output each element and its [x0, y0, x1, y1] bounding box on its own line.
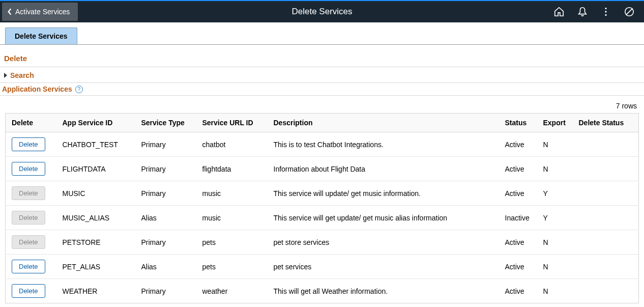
col-header-delete: Delete — [6, 114, 56, 132]
cell-app-service-id: PETSTORE — [56, 230, 135, 255]
col-header-description: Description — [268, 114, 499, 132]
notifications-icon[interactable] — [577, 6, 588, 17]
cell-description: This will get all Weather information. — [268, 279, 499, 303]
delete-button[interactable]: Delete — [12, 162, 45, 176]
tab-delete-services[interactable]: Delete Services — [5, 27, 77, 44]
delete-button: Delete — [12, 186, 45, 200]
cell-status: Active — [499, 132, 537, 157]
delete-button[interactable]: Delete — [12, 137, 45, 151]
table-row: DeleteFLIGHTDATAPrimaryflightdataInforma… — [6, 157, 639, 181]
header-icons — [553, 6, 644, 17]
cell-service-type: Primary — [135, 157, 196, 181]
services-table: Delete App Service ID Service Type Servi… — [5, 113, 639, 303]
cell-description: This is to test Chatbot Integrations. — [268, 132, 499, 157]
cell-service-type: Primary — [135, 279, 196, 303]
cell-status: Active — [499, 157, 537, 181]
cell-export: N — [537, 255, 573, 279]
tab-row: Delete Services — [0, 22, 644, 45]
section-delete-title: Delete — [0, 45, 644, 67]
delete-button[interactable]: Delete — [12, 260, 45, 273]
table-row: DeleteMUSIC_ALIASAliasmusicThis service … — [6, 206, 639, 230]
cell-service-url-id: chatbot — [196, 132, 268, 157]
col-header-status: Status — [499, 114, 537, 132]
delete-button: Delete — [12, 211, 45, 225]
content: Delete Search Application Services ? 7 r… — [0, 45, 644, 307]
cell-description: This service will update/ get music info… — [268, 181, 499, 206]
back-button[interactable]: Activate Services — [2, 3, 78, 21]
table-row: DeletePET_ALIASAliaspetspet servicesActi… — [6, 255, 639, 279]
back-button-label: Activate Services — [15, 8, 70, 16]
table-row: DeleteMUSICPrimarymusicThis service will… — [6, 181, 639, 206]
cell-delete-status — [573, 132, 639, 157]
cell-delete-status — [573, 181, 639, 206]
cell-export: N — [537, 279, 573, 303]
cell-export: N — [537, 230, 573, 255]
delete-button[interactable]: Delete — [12, 284, 45, 298]
cell-service-url-id: weather — [196, 279, 268, 303]
search-label: Search — [10, 71, 34, 79]
top-bar: Activate Services Delete Services — [0, 0, 644, 22]
svg-point-2 — [605, 14, 606, 16]
cell-service-url-id: flightdata — [196, 157, 268, 181]
cell-service-url-id: pets — [196, 255, 268, 279]
cell-service-url-id: pets — [196, 230, 268, 255]
cell-app-service-id: WEATHER — [56, 279, 135, 303]
svg-point-0 — [605, 8, 606, 9]
cell-description: pet store services — [268, 230, 499, 255]
cell-status: Active — [499, 279, 537, 303]
cell-service-type: Primary — [135, 181, 196, 206]
cell-service-type: Primary — [135, 230, 196, 255]
cell-app-service-id: PET_ALIAS — [56, 255, 135, 279]
cell-app-service-id: FLIGHTDATA — [56, 157, 135, 181]
chevron-left-icon — [7, 8, 12, 15]
compass-icon[interactable] — [624, 6, 635, 17]
cell-export: Y — [537, 181, 573, 206]
more-icon[interactable] — [600, 6, 611, 17]
search-toggle[interactable]: Search — [0, 67, 644, 83]
home-icon[interactable] — [553, 6, 565, 17]
application-services-label: Application Services — [2, 85, 72, 93]
col-header-service-type: Service Type — [135, 114, 196, 132]
cell-delete-status — [573, 157, 639, 181]
cell-status: Active — [499, 230, 537, 255]
table-row: DeleteWEATHERPrimaryweatherThis will get… — [6, 279, 639, 303]
cell-app-service-id: MUSIC — [56, 181, 135, 206]
svg-point-1 — [605, 11, 606, 12]
page-title: Delete Services — [291, 7, 352, 17]
cell-description: This service will get update/ get music … — [268, 206, 499, 230]
cell-delete-status — [573, 255, 639, 279]
cell-delete-status — [573, 230, 639, 255]
col-header-service-url-id: Service URL ID — [196, 114, 268, 132]
svg-line-4 — [626, 9, 633, 15]
cell-export: Y — [537, 206, 573, 230]
table-row: DeleteCHATBOT_TESTPrimarychatbotThis is … — [6, 132, 639, 157]
cell-app-service-id: MUSIC_ALIAS — [56, 206, 135, 230]
col-header-app-service-id: App Service ID — [56, 114, 135, 132]
triangle-right-icon — [3, 72, 8, 78]
cell-service-type: Alias — [135, 206, 196, 230]
cell-description: pet services — [268, 255, 499, 279]
cell-service-type: Primary — [135, 132, 196, 157]
cell-export: N — [537, 132, 573, 157]
rows-count: 7 rows — [5, 100, 639, 113]
delete-button: Delete — [12, 235, 45, 249]
cell-status: Active — [499, 181, 537, 206]
col-header-delete-status: Delete Status — [573, 114, 639, 132]
table-row: DeletePETSTOREPrimarypetspet store servi… — [6, 230, 639, 255]
cell-status: Active — [499, 255, 537, 279]
cell-service-url-id: music — [196, 181, 268, 206]
help-icon[interactable]: ? — [75, 86, 83, 93]
cell-service-type: Alias — [135, 255, 196, 279]
cell-status: Inactive — [499, 206, 537, 230]
cell-description: Information about Flight Data — [268, 157, 499, 181]
cell-delete-status — [573, 206, 639, 230]
table-wrapper: 7 rows Delete App Service ID Service Typ… — [0, 96, 644, 307]
cell-app-service-id: CHATBOT_TEST — [56, 132, 135, 157]
cell-export: N — [537, 157, 573, 181]
col-header-export: Export — [537, 114, 573, 132]
cell-service-url-id: music — [196, 206, 268, 230]
application-services-header: Application Services ? — [0, 83, 644, 96]
cell-delete-status — [573, 279, 639, 303]
